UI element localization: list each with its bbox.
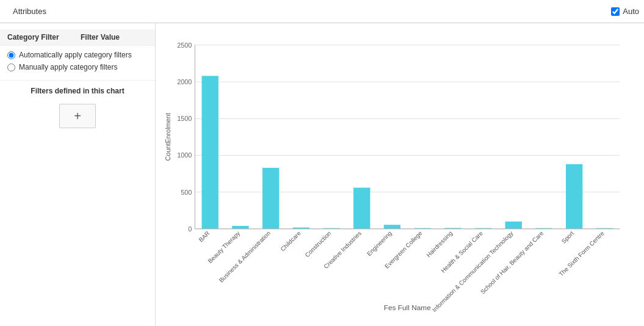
col2-header: Filter Value <box>81 33 148 42</box>
add-filter-button[interactable]: + <box>59 104 96 128</box>
svg-rect-22 <box>353 187 370 228</box>
svg-rect-36 <box>566 164 582 229</box>
svg-rect-16 <box>262 168 279 229</box>
filters-defined-title: Filters defined in this chart <box>0 80 155 100</box>
manual-radio-text: Manually apply category filters <box>19 63 117 71</box>
auto-radio-input[interactable] <box>7 51 15 59</box>
svg-text:CountEnrolment: CountEnrolment <box>164 113 172 161</box>
svg-text:Engineering: Engineering <box>366 230 393 257</box>
svg-rect-24 <box>384 225 400 229</box>
auto-label: Auto <box>623 7 639 16</box>
svg-rect-32 <box>505 222 522 229</box>
svg-text:BAR: BAR <box>197 230 211 243</box>
svg-text:Beauty Therapy: Beauty Therapy <box>206 230 241 264</box>
svg-text:1500: 1500 <box>177 115 192 122</box>
svg-text:500: 500 <box>181 189 192 196</box>
svg-text:2000: 2000 <box>177 78 192 85</box>
left-panel: Category Filter Filter Value Automatical… <box>0 23 156 326</box>
auto-checkbox-input[interactable] <box>611 7 620 16</box>
svg-rect-12 <box>201 76 218 229</box>
radio-group: Automatically apply category filters Man… <box>0 46 155 80</box>
top-navigation: DataChartFiltersSorting1AttributesTarget… <box>0 0 644 23</box>
svg-text:Business & Administration: Business & Administration <box>218 230 272 283</box>
manual-radio-input[interactable] <box>7 63 15 71</box>
svg-text:Sport: Sport <box>560 230 576 245</box>
svg-text:1000: 1000 <box>177 151 192 159</box>
svg-text:Childcare: Childcare <box>279 230 302 253</box>
svg-text:Hairdressing: Hairdressing <box>425 230 454 258</box>
auto-checkbox-label[interactable]: Auto <box>611 7 639 16</box>
bar-chart: 05001000150020002500BARBeauty TherapyBus… <box>162 29 632 320</box>
nav-item-attributes[interactable]: Attributes <box>5 0 64 23</box>
svg-rect-14 <box>232 226 248 229</box>
svg-text:Construction: Construction <box>303 230 332 258</box>
svg-text:Fes Full Name: Fes Full Name <box>384 303 431 312</box>
chart-area: 05001000150020002500BARBeauty TherapyBus… <box>156 23 644 326</box>
svg-text:0: 0 <box>188 225 192 233</box>
manual-radio-label[interactable]: Manually apply category filters <box>7 63 148 71</box>
auto-radio-label[interactable]: Automatically apply category filters <box>7 51 148 59</box>
main-layout: Category Filter Filter Value Automatical… <box>0 23 644 326</box>
svg-text:School of Hair, Beauty and Car: School of Hair, Beauty and Care <box>479 230 545 295</box>
svg-text:2500: 2500 <box>177 42 192 49</box>
panel-header: Category Filter Filter Value <box>0 29 155 46</box>
auto-radio-text: Automatically apply category filters <box>19 51 132 59</box>
col1-header: Category Filter <box>7 33 81 42</box>
